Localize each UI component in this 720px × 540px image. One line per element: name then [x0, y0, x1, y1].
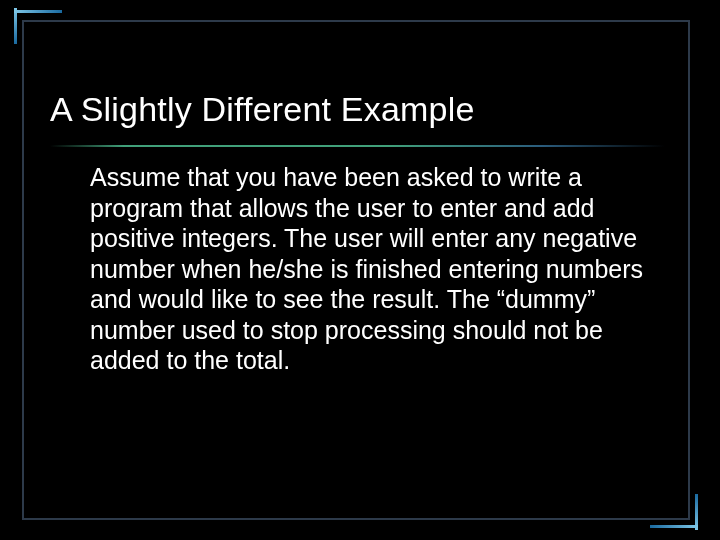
slide-title: A Slightly Different Example — [50, 90, 665, 129]
corner-accent-bottom-right-h — [650, 525, 698, 528]
slide-body-text: Assume that you have been asked to write… — [90, 162, 645, 376]
corner-accent-top-left-h — [14, 10, 62, 13]
presentation-slide: A Slightly Different Example Assume that… — [0, 0, 720, 540]
title-underline — [50, 145, 665, 147]
corner-accent-top-left-v — [14, 8, 17, 44]
